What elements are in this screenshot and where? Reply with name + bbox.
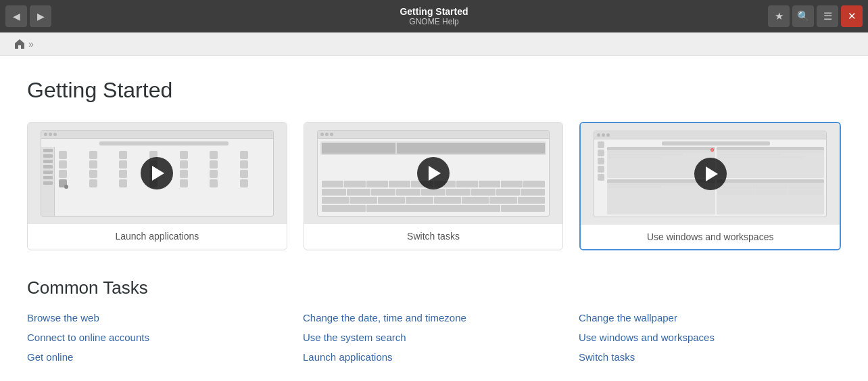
menu-button[interactable]: ☰ (817, 5, 838, 27)
task-connect-online[interactable]: Connect to online accounts (27, 332, 289, 343)
video-thumbnail-switch (304, 122, 563, 224)
task-browse-web[interactable]: Browse the web (27, 312, 289, 323)
back-button[interactable]: ◀ (5, 5, 27, 27)
home-icon[interactable] (14, 38, 26, 50)
video-card-windows[interactable]: ✕ (579, 122, 841, 250)
titlebar-actions: ★ 🔍 ☰ ✕ (768, 5, 863, 27)
tasks-grid: Browse the web Change the date, time and… (27, 312, 841, 363)
video-label-switch: Switch tasks (304, 224, 563, 248)
titlebar-center: Getting Started GNOME Help (400, 6, 468, 26)
video-thumbnail-windows: ✕ (581, 123, 840, 225)
search-button[interactable]: 🔍 (792, 5, 814, 27)
bookmark-button[interactable]: ★ (768, 5, 790, 27)
video-thumbnail-launch (28, 122, 287, 224)
page-title: Getting Started (27, 78, 841, 103)
nav-buttons: ◀ ▶ (5, 5, 51, 27)
play-button-launch[interactable] (141, 157, 173, 189)
task-launch-apps[interactable]: Launch applications (303, 351, 565, 363)
video-label-windows: Use windows and workspaces (581, 225, 840, 249)
video-card-switch[interactable]: Switch tasks (304, 122, 564, 250)
breadcrumb-separator: » (28, 39, 34, 49)
video-card-launch[interactable]: Launch applications (27, 122, 287, 250)
video-label-launch: Launch applications (28, 224, 287, 248)
task-system-search[interactable]: Use the system search (303, 332, 565, 343)
play-button-switch[interactable] (417, 157, 450, 189)
window-subtitle: GNOME Help (400, 17, 468, 26)
window-title: Getting Started (400, 6, 468, 17)
video-cards: Launch applications (27, 122, 841, 250)
task-switch-tasks[interactable]: Switch tasks (579, 351, 841, 363)
task-change-datetime[interactable]: Change the date, time and timezone (303, 312, 565, 323)
task-get-online[interactable]: Get online (27, 351, 289, 363)
close-button[interactable]: ✕ (841, 5, 863, 27)
breadcrumb: » (0, 32, 868, 56)
main-content: Getting Started (0, 56, 868, 381)
forward-button[interactable]: ▶ (30, 5, 51, 27)
task-windows-workspaces[interactable]: Use windows and workspaces (579, 332, 841, 343)
titlebar: ◀ ▶ Getting Started GNOME Help ★ 🔍 ☰ ✕ (0, 0, 868, 32)
play-button-windows[interactable] (694, 158, 727, 190)
common-tasks-title: Common Tasks (27, 277, 841, 298)
task-change-wallpaper[interactable]: Change the wallpaper (579, 312, 841, 323)
